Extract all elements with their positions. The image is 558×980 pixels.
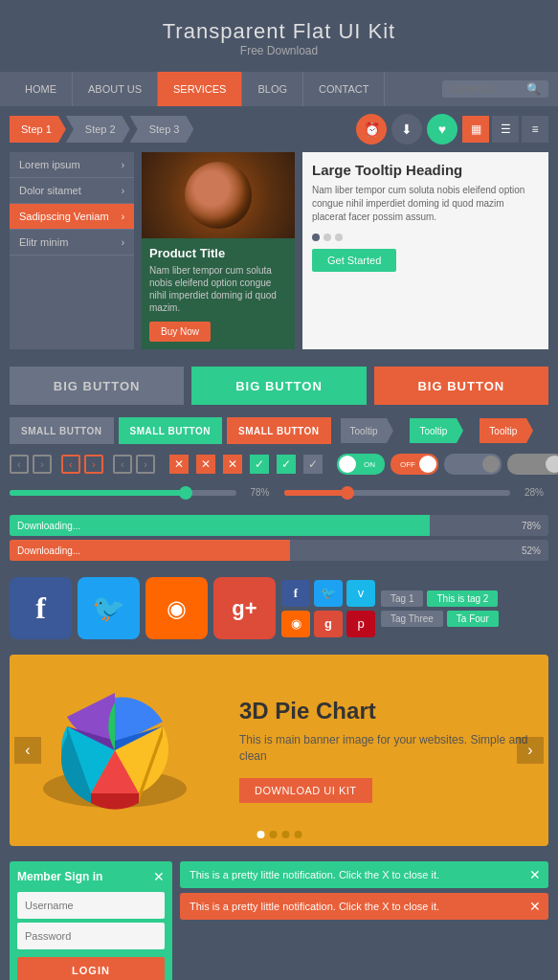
tag-1[interactable]: Tag 1: [381, 590, 423, 607]
download-section: Downloading... 78% Downloading... 52%: [0, 510, 558, 569]
banner-dot-2[interactable]: [269, 831, 277, 838]
tag-2[interactable]: This is tag 2: [427, 590, 498, 607]
step-2[interactable]: Step 2: [66, 116, 130, 143]
check-gray-1[interactable]: ✓: [303, 455, 323, 474]
small-button-green[interactable]: SMALL BUTTON: [119, 417, 223, 444]
arrow-right-1[interactable]: ›: [33, 455, 52, 474]
step-3[interactable]: Step 3: [130, 116, 194, 143]
big-button-gray[interactable]: BIG BUTTON: [10, 367, 184, 405]
twitter-small-btn[interactable]: 🐦: [314, 580, 343, 607]
notification-green: This is a pretty little notification. Cl…: [180, 861, 548, 888]
toggle-knob-on: [339, 456, 356, 473]
view-buttons: ▦ ☰ ≡: [462, 116, 548, 143]
dot-3: [335, 234, 343, 241]
password-input[interactable]: [17, 923, 165, 949]
check-v-1[interactable]: ✓: [250, 455, 269, 474]
tooltip-section: Large Tooltip Heading Nam liber tempor c…: [302, 152, 548, 349]
slider-thumb-2[interactable]: [341, 486, 354, 500]
signin-close-button[interactable]: ✕: [153, 869, 165, 884]
google-plus-button[interactable]: g+: [213, 577, 276, 639]
toggle-disabled: [444, 454, 502, 475]
menu-lorem[interactable]: Lorem ipsum ›: [10, 152, 134, 178]
arrow-left-2[interactable]: ‹: [61, 455, 80, 474]
download-ui-button[interactable]: DOWNLOAD UI KIT: [239, 778, 372, 803]
arrow-left-3[interactable]: ‹: [113, 455, 132, 474]
buy-now-button[interactable]: Buy Now: [149, 322, 211, 342]
notification-orange-text: This is a pretty little notification. Cl…: [190, 901, 439, 912]
signin-title: Member Sign in: [17, 870, 102, 883]
check-x-2[interactable]: ✕: [196, 455, 215, 474]
google-plus-small-btn[interactable]: g: [314, 611, 343, 637]
rss-small-btn[interactable]: ◉: [281, 611, 310, 637]
nav-home[interactable]: HOME: [10, 72, 73, 106]
arrow-right-3[interactable]: ›: [136, 455, 155, 474]
slider-track-1[interactable]: [10, 490, 236, 496]
arrow-right-2[interactable]: ›: [84, 455, 103, 474]
download-fill-1: Downloading...: [10, 515, 430, 536]
tooltip-dots: [312, 234, 539, 241]
small-button-gray[interactable]: SMALL BUTTON: [10, 417, 114, 444]
heart-icon-btn[interactable]: ♥: [427, 114, 458, 145]
check-x-1[interactable]: ✕: [169, 455, 189, 474]
rss-button[interactable]: ◉: [145, 577, 208, 639]
tags-row-1: Tag 1 This is tag 2: [381, 590, 499, 607]
login-button[interactable]: LOGIN: [17, 957, 165, 980]
facebook-small-btn[interactable]: f: [281, 580, 310, 607]
step-1[interactable]: Step 1: [10, 116, 66, 143]
grid-view-btn[interactable]: ▦: [462, 116, 489, 143]
toggle-off[interactable]: OFF: [391, 454, 438, 475]
search-input[interactable]: [450, 83, 526, 95]
list-view-btn[interactable]: ☰: [492, 116, 519, 143]
nav-blog[interactable]: BLOG: [242, 72, 303, 106]
banner-text: 3D Pie Chart This is main banner image f…: [220, 679, 548, 823]
arrow-left-1[interactable]: ‹: [10, 455, 29, 474]
check-v-2[interactable]: ✓: [277, 455, 296, 474]
big-button-orange[interactable]: BIG BUTTON: [374, 367, 548, 405]
notif-green-close[interactable]: ✕: [529, 867, 541, 882]
twitter-button[interactable]: 🐦: [78, 577, 140, 639]
check-x-3[interactable]: ✕: [223, 455, 242, 474]
tooltip-orange[interactable]: Tooltip: [480, 418, 526, 443]
banner-dot-4[interactable]: [294, 831, 301, 838]
vimeo-small-btn[interactable]: v: [346, 580, 375, 607]
tag-4[interactable]: Ta Four: [447, 611, 499, 627]
menu-elitr[interactable]: Elitr minim ›: [10, 230, 134, 256]
download-icon-btn[interactable]: ⬇: [391, 114, 422, 145]
get-started-button[interactable]: Get Started: [312, 249, 396, 272]
toggle-on[interactable]: ON: [337, 454, 385, 475]
tag-3[interactable]: Tag Three: [381, 611, 443, 627]
banner-dot-3[interactable]: [281, 831, 289, 838]
toggle-off-label: OFF: [396, 460, 419, 469]
banner-arrow-right[interactable]: ›: [517, 737, 544, 764]
nav-services[interactable]: SERVICES: [158, 72, 242, 106]
menu-view-btn[interactable]: ≡: [522, 116, 548, 143]
small-button-orange[interactable]: SMALL BUTTON: [227, 417, 331, 444]
big-button-green[interactable]: BIG BUTTON: [191, 367, 366, 405]
menu-sadipscing[interactable]: Sadipscing Veniam ›: [10, 204, 134, 230]
slider-fill-1: [10, 490, 186, 496]
title-section: Transparent Flat UI Kit Free Download: [0, 0, 558, 72]
nav-about[interactable]: ABOUT US: [73, 72, 158, 106]
username-input[interactable]: [17, 892, 165, 919]
clock-icon-btn[interactable]: ⏰: [356, 114, 387, 145]
tooltip-green[interactable]: Tooltip: [410, 418, 457, 443]
tags-row-2: Tag Three Ta Four: [381, 611, 499, 627]
pinterest-small-btn[interactable]: p: [346, 611, 375, 637]
banner-arrow-left[interactable]: ‹: [14, 737, 41, 764]
slider-thumb-1[interactable]: [179, 486, 192, 500]
search-icon: 🔍: [526, 82, 541, 96]
toggle-knob-disabled: [482, 456, 500, 473]
tooltip-gray[interactable]: Tooltip: [341, 418, 388, 443]
nav-search-box: 🔍: [442, 80, 548, 98]
download-pct-1: 78%: [522, 521, 541, 531]
facebook-button[interactable]: f: [10, 577, 72, 639]
banner-dot-1[interactable]: [257, 831, 264, 838]
dot-2: [324, 234, 331, 241]
nav-contact[interactable]: CONTACT: [303, 72, 385, 106]
download-fill-2: Downloading...: [10, 540, 290, 561]
menu-dolor[interactable]: Dolor sitamet ›: [10, 178, 134, 204]
product-img-inner: [185, 162, 252, 229]
menu-arrow-icon: ›: [122, 160, 124, 170]
notif-orange-close[interactable]: ✕: [529, 899, 541, 914]
slider-track-2[interactable]: [284, 490, 511, 496]
